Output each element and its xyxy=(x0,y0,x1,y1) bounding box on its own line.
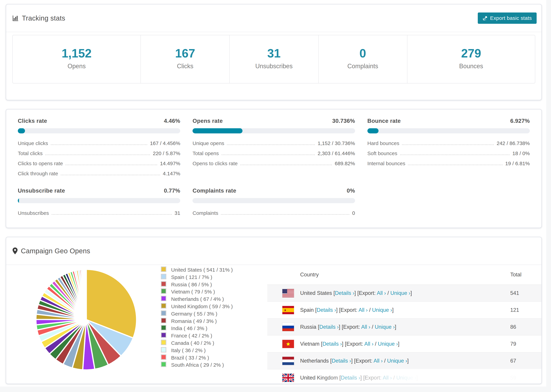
stat-value: 31 xyxy=(230,47,318,60)
us-flag-icon xyxy=(282,289,294,297)
metric-row: Unsubscribes31 xyxy=(18,208,180,218)
ru-flag-icon xyxy=(282,323,294,331)
details-link[interactable]: Details › xyxy=(319,324,339,330)
legend-swatch xyxy=(161,347,166,352)
metric-value: 18 / 0% xyxy=(512,151,530,156)
progress-fill xyxy=(18,198,19,203)
dotted-leader xyxy=(240,165,332,165)
metric-row: Total opens2,303 / 61.446% xyxy=(192,148,355,158)
stat-label: Complaints xyxy=(319,63,407,70)
export-unique-link[interactable]: Unique › xyxy=(378,341,398,347)
opens-rate-panel: Opens rate 30.736% Unique opens1,152 / 3… xyxy=(192,118,355,179)
page-title: Tracking stats xyxy=(22,14,65,22)
legend-item: Romania ( 49 / 3% ) xyxy=(161,318,233,325)
metric-label: Unique clicks xyxy=(18,140,48,146)
legend-swatch xyxy=(161,281,166,287)
tracking-stats-card: Tracking stats Export basic stats 1,152 … xyxy=(6,4,542,100)
details-link[interactable]: Details › xyxy=(335,290,354,296)
export-unique-link[interactable]: Unique › xyxy=(396,375,416,381)
details-link[interactable]: Details › xyxy=(322,341,342,347)
metric-value: 167 / 4.456% xyxy=(150,140,180,146)
progress-bar xyxy=(192,198,355,203)
metric-value: 4.147% xyxy=(163,171,180,176)
metric-row: Hard bounces242 / 86.738% xyxy=(367,138,530,148)
export-unique-link[interactable]: Unique › xyxy=(372,307,392,313)
details-link[interactable]: Details › xyxy=(341,375,360,381)
country-links: [Details ›] [Export: All › / Unique ›] xyxy=(332,290,412,296)
dotted-leader xyxy=(45,154,150,155)
total-column-header: Total xyxy=(510,272,541,278)
legend-swatch xyxy=(161,332,166,338)
export-all-link[interactable]: All › xyxy=(383,375,392,381)
metric-value: 220 / 5.87% xyxy=(153,151,180,156)
export-button-label: Export basic stats xyxy=(490,15,532,21)
country-total: 86 xyxy=(510,324,541,330)
table-row: Russia [Details ›] [Export: All › / Uniq… xyxy=(267,319,541,336)
stat-label: Unsubscribes xyxy=(230,63,318,70)
metric-label: Unique opens xyxy=(192,140,224,146)
rate-title: Opens rate xyxy=(192,118,223,124)
legend-item: Brazil ( 33 / 2% ) xyxy=(161,354,233,362)
metric-label: Total clicks xyxy=(18,151,42,156)
metric-row: Unique opens1,152 / 30.736% xyxy=(192,138,355,148)
metric-value: 1,152 / 30.736% xyxy=(318,140,355,146)
unsubscribe-rate-panel: Unsubscribe rate 0.77% Unsubscribes31 xyxy=(18,188,180,218)
country-column-header: Country xyxy=(282,272,510,278)
details-link[interactable]: Details › xyxy=(317,307,336,313)
legend-item: Russia ( 86 / 5% ) xyxy=(161,281,233,288)
rate-details: Unique clicks167 / 4.456%Total clicks220… xyxy=(18,138,180,179)
rate-title: Clicks rate xyxy=(18,118,47,124)
export-unique-link[interactable]: Unique › xyxy=(387,358,407,364)
table-row: United States [Details ›] [Export: All ›… xyxy=(267,285,541,302)
export-unique-link[interactable]: Unique › xyxy=(375,324,395,330)
geo-legend: United States ( 541 / 31% )Spain ( 121 /… xyxy=(161,266,233,369)
stat-opens: 1,152 Opens xyxy=(13,35,141,83)
rate-title: Bounce rate xyxy=(367,118,401,124)
table-row: Spain [Details ›] [Export: All › / Uniqu… xyxy=(267,302,541,319)
rate-details: Unsubscribes31 xyxy=(18,208,180,218)
legend-item: France ( 42 / 2% ) xyxy=(161,332,233,339)
pie-slice xyxy=(86,269,86,320)
metric-value: 14.497% xyxy=(160,161,180,166)
legend-item: United States ( 541 / 31% ) xyxy=(161,266,233,274)
country-total: 59 xyxy=(510,375,541,381)
country-total: 541 xyxy=(510,290,541,296)
table-row: United Kingdom [Details ›] [Export: All … xyxy=(267,369,541,384)
export-unique-link[interactable]: Unique › xyxy=(390,290,410,296)
geo-table-rows: United States [Details ›] [Export: All ›… xyxy=(267,285,541,384)
metric-label: Internal bounces xyxy=(367,161,405,166)
metric-row: Complaints0 xyxy=(192,208,355,218)
rate-value: 4.46% xyxy=(164,118,180,124)
rate-details: Unique opens1,152 / 30.736%Total opens2,… xyxy=(192,138,355,168)
dotted-leader xyxy=(227,144,315,145)
metric-row: Internal bounces19 / 6.81% xyxy=(367,158,530,168)
progress-bar xyxy=(18,198,180,203)
clicks-rate-panel: Clicks rate 4.46% Unique clicks167 / 4.4… xyxy=(18,118,180,179)
rates-grid: Clicks rate 4.46% Unique clicks167 / 4.4… xyxy=(6,109,541,228)
export-all-link[interactable]: All › xyxy=(377,290,386,296)
country-name: Russia xyxy=(300,324,316,330)
legend-swatch xyxy=(161,310,166,316)
stat-value: 167 xyxy=(141,47,229,60)
progress-fill xyxy=(367,128,379,133)
metric-label: Click through rate xyxy=(18,171,58,176)
table-row: Netherlands [Details ›] [Export: All › /… xyxy=(267,352,541,369)
rate-value: 30.736% xyxy=(332,118,355,124)
country-name: Netherlands xyxy=(300,358,329,364)
metric-label: Opens to clicks rate xyxy=(192,161,238,166)
rate-details: Hard bounces242 / 86.738%Soft bounces18 … xyxy=(367,138,530,168)
export-all-link[interactable]: All › xyxy=(361,324,370,330)
export-basic-stats-button[interactable]: Export basic stats xyxy=(478,13,537,24)
legend-swatch xyxy=(161,288,166,294)
dotted-leader xyxy=(221,214,349,215)
export-all-link[interactable]: All › xyxy=(359,307,367,313)
legend-swatch xyxy=(161,362,166,367)
details-link[interactable]: Details › xyxy=(332,358,351,364)
empty-cell xyxy=(367,188,530,218)
export-all-link[interactable]: All › xyxy=(374,358,383,364)
stat-value: 1,152 xyxy=(13,47,141,60)
rates-card: Clicks rate 4.46% Unique clicks167 / 4.4… xyxy=(6,109,542,228)
metric-row: Clicks to opens rate14.497% xyxy=(18,158,180,168)
metric-label: Soft bounces xyxy=(367,151,397,156)
export-all-link[interactable]: All › xyxy=(364,341,373,347)
